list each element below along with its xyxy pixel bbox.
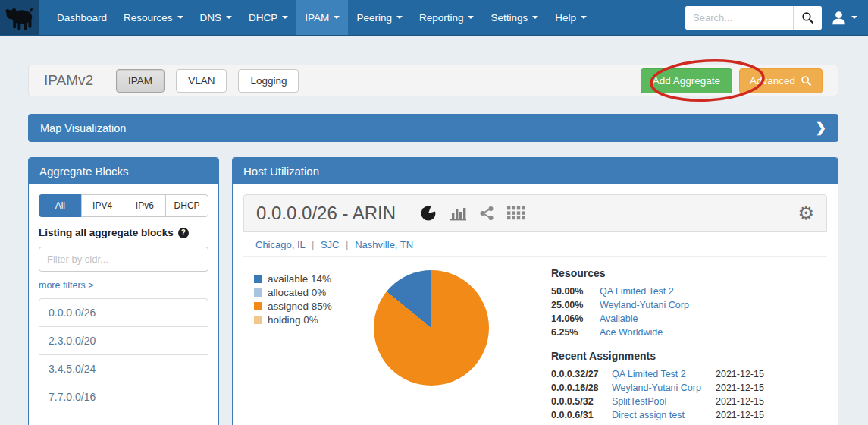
legend-item: holding 0% [254, 314, 374, 326]
grid-icon[interactable] [507, 206, 525, 220]
more-filters-link[interactable]: more filters > [39, 280, 94, 291]
pie-chart-icon[interactable] [420, 205, 437, 222]
nav-item-dashboard[interactable]: Dashboard [49, 0, 115, 35]
assignment-link[interactable]: Weyland-Yutani Corp [612, 382, 716, 393]
help-icon[interactable]: ? [178, 228, 189, 238]
aggregate-block-list: 0.0.0.0/26 2.3.0.0/20 3.4.5.0/24 7.7.0.0… [39, 298, 208, 425]
view-button-logging[interactable]: Logging [238, 69, 299, 93]
caret-down-icon [334, 16, 340, 19]
location-link[interactable]: Nashville, TN [355, 239, 413, 250]
list-item[interactable] [39, 411, 208, 425]
utilization-content: available 14% allocated 0% assigned 85% … [243, 257, 827, 425]
advanced-label: Advanced [750, 75, 795, 87]
legend-item: available 14% [254, 273, 374, 285]
resource-link[interactable]: Available [600, 313, 826, 324]
cidr-filter-input[interactable] [39, 247, 208, 272]
nav-label: Settings [490, 12, 528, 24]
resource-link[interactable]: QA Limited Test 2 [600, 286, 826, 297]
location-link[interactable]: SJC [321, 239, 340, 250]
nav-item-ipam[interactable]: IPAM [296, 0, 348, 35]
resource-percent: 50.00% [551, 286, 600, 297]
panda-logo-icon [3, 2, 36, 33]
separator: | [312, 239, 314, 250]
table-row: 6.25%Ace Worldwide [551, 327, 826, 338]
resource-percent: 6.25% [551, 327, 600, 338]
table-row: 0.0.0.32/27QA Limited Test 22021-12-15 [551, 369, 826, 379]
nav-label: DHCP [249, 12, 277, 24]
assignment-link[interactable]: QA Limited Test 2 [612, 369, 716, 379]
nav-item-help[interactable]: Help [547, 0, 595, 35]
chevron-right-icon[interactable]: ❯ [816, 120, 826, 136]
advanced-button[interactable]: Advanced [739, 68, 823, 93]
tab-ipv4[interactable]: IPV4 [81, 194, 124, 217]
resource-link[interactable]: Ace Worldwide [600, 327, 826, 338]
gear-icon[interactable]: ⚙ [797, 204, 814, 222]
view-button-vlan[interactable]: VLAN [176, 69, 227, 93]
nav-label: IPAM [305, 12, 329, 24]
recent-assignments: Recent Assignments 0.0.0.32/27QA Limited… [551, 350, 826, 425]
block-type-tabs: All IPV4 IPv6 DHCP [39, 194, 208, 217]
resource-link[interactable]: Weyland-Yutani Corp [600, 300, 826, 310]
legend-swatch [254, 288, 262, 297]
assignment-date: 2021-12-15 [716, 396, 826, 407]
aggregate-blocks-body: All IPV4 IPv6 DHCP Listing all aggregate… [29, 184, 218, 425]
view-button-ipam[interactable]: IPAM [116, 69, 165, 93]
location-link[interactable]: Chicago, IL [255, 239, 305, 250]
host-utilization-header: Host Utilization [233, 158, 838, 184]
tab-ipv6[interactable]: IPv6 [124, 194, 167, 217]
user-menu[interactable] [831, 10, 857, 26]
assignment-link[interactable]: Direct assign test [612, 410, 716, 420]
legend-item: allocated 0% [254, 287, 374, 298]
nav-label: Peering [356, 12, 392, 24]
nav-item-dns[interactable]: DNS [192, 0, 241, 35]
add-aggregate-button[interactable]: Add Aggregate [641, 68, 732, 93]
list-item[interactable]: 7.7.0.0/16 [39, 382, 208, 411]
nav-item-resources[interactable]: Resources [115, 0, 192, 35]
chart-legend: available 14% allocated 0% assigned 85% … [254, 267, 374, 425]
table-row: 0.0.0.16/28Weyland-Yutani Corp2021-12-15 [551, 382, 826, 393]
search-input[interactable] [685, 6, 793, 30]
share-icon[interactable] [479, 206, 494, 221]
tab-all[interactable]: All [39, 194, 82, 217]
nav-label: Resources [124, 12, 173, 24]
table-row: 25.00%Weyland-Yutani Corp [551, 300, 826, 310]
nav-item-peering[interactable]: Peering [348, 0, 411, 35]
page-title: IPAMv2 [44, 72, 93, 89]
legend-label: allocated 0% [268, 287, 326, 298]
page-content: IPAMv2 IPAM VLAN Logging Add Aggregate A… [28, 36, 838, 425]
table-row: 14.06%Available [551, 313, 826, 324]
list-item[interactable]: 2.3.0.0/20 [39, 326, 208, 354]
caret-down-icon [177, 16, 183, 19]
table-row: 0.0.0.5/32SplitTestPool2021-12-15 [551, 396, 826, 407]
nav-item-reporting[interactable]: Reporting [411, 0, 483, 35]
search-button[interactable] [793, 6, 822, 30]
assignment-link[interactable]: SplitTestPool [612, 396, 716, 407]
table-row: 50.00%QA Limited Test 2 [551, 286, 826, 297]
assignment-date: 2021-12-15 [716, 369, 826, 379]
assignment-cidr: 0.0.0.6/31 [551, 410, 612, 420]
listing-text: Listing all aggregate blocks [39, 227, 174, 238]
search-group [685, 6, 822, 30]
view-toggle-icons [420, 205, 525, 222]
bar-chart-icon[interactable] [450, 206, 466, 221]
separator: | [346, 239, 348, 250]
recent-assignments-heading: Recent Assignments [551, 350, 826, 362]
caret-down-icon [468, 16, 474, 19]
app-logo[interactable] [0, 0, 39, 35]
legend-item: assigned 85% [254, 301, 374, 312]
list-item[interactable]: 3.4.5.0/24 [39, 354, 208, 382]
assignment-cidr: 0.0.0.32/27 [551, 369, 612, 379]
utilization-info: Resources 50.00%QA Limited Test 2 25.00%… [544, 267, 826, 425]
caret-down-icon [581, 16, 587, 19]
location-links: Chicago, IL | SJC | Nashville, TN [243, 232, 827, 257]
legend-label: assigned 85% [268, 301, 332, 312]
nav-item-settings[interactable]: Settings [482, 0, 547, 35]
pie-chart-zone: available 14% allocated 0% assigned 85% … [254, 267, 544, 425]
list-item[interactable]: 0.0.0.0/26 [39, 299, 208, 326]
search-icon [801, 75, 812, 87]
nav-item-dhcp[interactable]: DHCP [240, 0, 296, 35]
map-visualization-bar[interactable]: Map Visualization ❯ [28, 114, 838, 142]
tab-dhcp[interactable]: DHCP [165, 194, 208, 217]
navbar-right [685, 0, 868, 35]
panels-row: Aggregate Blocks All IPV4 IPv6 DHCP List… [28, 157, 838, 425]
